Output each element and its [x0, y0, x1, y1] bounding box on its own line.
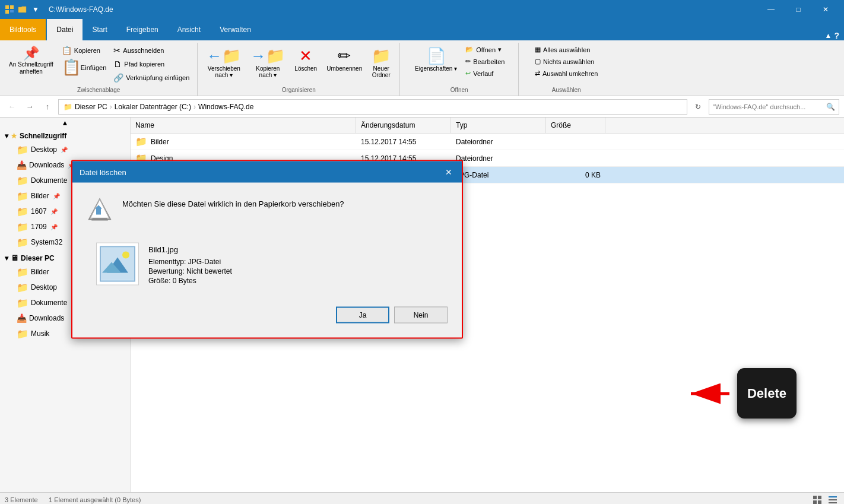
- rating-value-text: Nicht bewertet: [186, 267, 232, 275]
- type-value-text: JPG-Datei: [188, 258, 221, 266]
- rating-label: Bewertung:: [148, 267, 185, 275]
- file-size-line: Größe: 0 Bytes: [148, 277, 232, 285]
- delete-key-box: Delete: [737, 368, 797, 419]
- file-details-name: Bild1.jpg: [148, 245, 232, 254]
- dialog-buttons: Ja Nein: [87, 302, 448, 326]
- svg-point-15: [122, 252, 129, 259]
- file-thumbnail: [96, 243, 139, 286]
- file-rating-line: Bewertung: Nicht bewertet: [148, 267, 232, 275]
- file-thumb-inner: [100, 246, 135, 282]
- dialog-question-row: Möchten Sie diese Datei wirklich in den …: [87, 195, 448, 229]
- dialog-close-button[interactable]: ✕: [443, 166, 455, 178]
- delete-dialog: Datei löschen ✕ Möchten Sie diese Datei …: [71, 160, 463, 339]
- recycle-bin-icon: [87, 197, 113, 229]
- dialog-file-info: Bild1.jpg Elementtyp: JPG-Datei Bewertun…: [87, 238, 448, 290]
- red-arrow-icon: [685, 382, 732, 405]
- dialog-overlay: Datei löschen ✕ Möchten Sie diese Datei …: [0, 0, 844, 504]
- file-details: Bild1.jpg Elementtyp: JPG-Datei Bewertun…: [148, 243, 232, 286]
- dialog-question-text: Möchten Sie diese Datei wirklich in den …: [122, 195, 344, 208]
- type-label: Elementtyp:: [148, 258, 186, 266]
- size-label: Größe:: [148, 277, 170, 285]
- dialog-title: Datei löschen: [80, 167, 126, 176]
- dialog-body: Möchten Sie diese Datei wirklich in den …: [72, 183, 462, 338]
- annotation-arrow: Delete: [685, 368, 797, 419]
- delete-key-label: Delete: [747, 386, 786, 401]
- file-type-line: Elementtyp: JPG-Datei: [148, 258, 232, 266]
- size-value-text: 0 Bytes: [173, 277, 196, 285]
- dialog-title-bar: Datei löschen ✕: [72, 161, 462, 183]
- yes-button[interactable]: Ja: [336, 307, 389, 324]
- no-button[interactable]: Nein: [394, 307, 448, 324]
